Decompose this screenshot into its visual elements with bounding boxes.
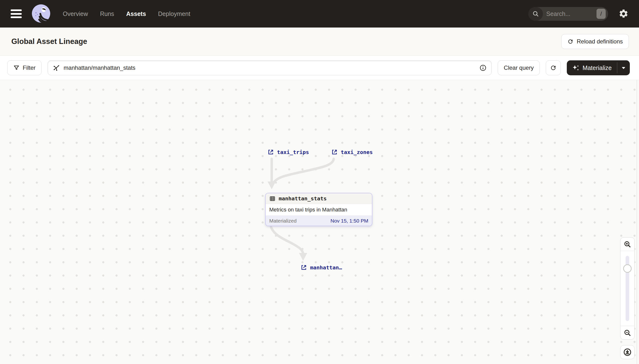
asset-node-manhattan-downstream[interactable]: manhattan… — [301, 263, 342, 272]
hamburger-menu-icon[interactable] — [9, 8, 23, 19]
zoom-out-icon — [623, 329, 631, 337]
asset-description: Metrics on taxi trips in Manhattan — [266, 204, 372, 216]
asset-graph-icon — [53, 64, 60, 72]
sparkle-icon — [572, 64, 579, 72]
clear-query-button[interactable]: Clear query — [498, 60, 540, 75]
materialization-timestamp[interactable]: Nov 15, 1:50 PM — [331, 218, 368, 224]
asset-query-input[interactable] — [48, 60, 492, 75]
asset-query-value[interactable] — [64, 64, 476, 71]
filter-funnel-icon — [13, 65, 20, 71]
zoom-in-icon — [623, 240, 631, 248]
search-shortcut-badge: / — [596, 9, 606, 19]
zoom-out-button[interactable] — [620, 326, 634, 340]
lineage-toolbar: Filter Clear query — [0, 56, 639, 80]
nav-item-assets[interactable]: Assets — [126, 10, 146, 18]
nav-item-overview[interactable]: Overview — [63, 10, 88, 18]
asset-node-manhattan-stats[interactable]: manhattan_stats Metrics on taxi trips in… — [265, 193, 372, 226]
filter-button[interactable]: Filter — [7, 60, 42, 75]
recenter-download-icon — [623, 348, 632, 357]
settings-gear-icon[interactable] — [617, 8, 630, 20]
asset-node-label: taxi_trips — [277, 149, 309, 155]
zoom-controls — [620, 237, 635, 340]
arrowhead — [268, 182, 276, 189]
asset-node-taxi-trips[interactable]: taxi_trips — [268, 148, 309, 157]
query-info-icon[interactable] — [479, 64, 487, 72]
table-icon — [269, 196, 276, 202]
page-title: Global Asset Lineage — [11, 37, 87, 46]
materialization-status: Materialized — [269, 218, 297, 224]
chevron-down-icon — [621, 65, 626, 70]
reload-icon — [567, 38, 573, 45]
dagster-logo-icon[interactable] — [30, 2, 53, 25]
asset-card-footer: Materialized Nov 15, 1:50 PM — [266, 216, 372, 226]
recenter-view-button[interactable] — [620, 345, 635, 359]
global-search[interactable]: / — [528, 7, 608, 21]
zoom-slider — [620, 251, 634, 326]
asset-name: manhattan_stats — [279, 196, 327, 202]
edge-manhattan-stats-to-downstream — [271, 227, 303, 254]
zoom-in-button[interactable] — [620, 238, 634, 251]
asset-node-label: manhattan… — [310, 264, 342, 270]
search-input[interactable] — [543, 10, 596, 18]
materialize-button[interactable]: Materialize — [567, 60, 617, 75]
nav-item-runs[interactable]: Runs — [100, 10, 114, 18]
materialize-split-button: Materialize — [567, 60, 630, 75]
page-header: Global Asset Lineage Reload definitions — [0, 28, 639, 56]
refresh-graph-button[interactable] — [546, 60, 561, 75]
reload-definitions-button[interactable]: Reload definitions — [561, 34, 629, 49]
arrowhead — [299, 253, 307, 261]
external-link-icon — [331, 149, 338, 155]
asset-node-label: taxi_zones — [341, 149, 373, 155]
nav-item-deployment[interactable]: Deployment — [158, 10, 190, 18]
top-nav: Overview Runs Assets Deployment / — [0, 0, 639, 28]
lineage-graph-canvas[interactable]: taxi_trips taxi_zones manhattan_stats Me… — [0, 80, 639, 364]
zoom-slider-handle[interactable] — [623, 264, 632, 273]
search-icon — [528, 7, 543, 21]
edge-taxi-zones-to-manhattan-stats — [274, 159, 334, 182]
scrollbar-track[interactable] — [636, 80, 637, 364]
refresh-icon — [550, 64, 557, 71]
external-link-icon — [268, 149, 274, 155]
asset-card-header: manhattan_stats — [266, 193, 372, 204]
external-link-icon — [301, 264, 307, 270]
materialize-dropdown-button[interactable] — [617, 60, 630, 75]
nav-links: Overview Runs Assets Deployment — [63, 10, 190, 18]
asset-node-taxi-zones[interactable]: taxi_zones — [331, 148, 373, 157]
